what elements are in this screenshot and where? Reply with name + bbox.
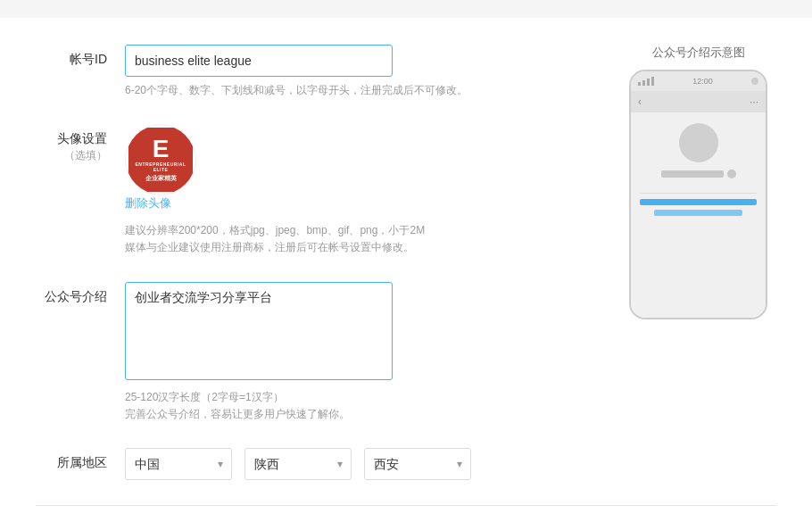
intro-hint-line2: 完善公众号介绍，容易让更多用户快速了解你。 bbox=[125, 408, 350, 420]
avatar-hint-1: 建议分辨率200*200，格式jpg、jpeg、bmp、gif、png，小于2M… bbox=[125, 222, 425, 256]
avatar-image: E ENTREPRENEURIAL ELITE 企业家精英 bbox=[125, 124, 196, 195]
region-selects: 中国 美国 英国 ▾ 陕西 北京 上海 ▾ 西安 bbox=[125, 448, 776, 480]
verified-icon bbox=[727, 170, 736, 178]
account-id-label: 帐号ID bbox=[36, 45, 125, 68]
phone-preview-title: 公众号介绍示意图 bbox=[652, 45, 745, 61]
province-select[interactable]: 陕西 北京 上海 bbox=[244, 448, 352, 480]
phone-nav: ‹ ··· bbox=[631, 91, 766, 112]
province-select-wrapper: 陕西 北京 上海 ▾ bbox=[244, 448, 352, 480]
desc-bar-2 bbox=[654, 210, 742, 216]
intro-hint-line1: 25-120汉字长度（2字母=1汉字） bbox=[125, 391, 284, 403]
avatar-inner: E ENTREPRENEURIAL ELITE 企业家精英 bbox=[128, 128, 193, 192]
time-display: 12:00 bbox=[692, 77, 713, 86]
phone-top-bar: 12:00 bbox=[631, 71, 766, 91]
city-select-wrapper: 西安 咸阳 宝鸡 ▾ bbox=[364, 448, 471, 480]
avatar-subtitle: ENTREPRENEURIAL ELITE bbox=[132, 162, 189, 172]
phone-preview: 公众号介绍示意图 12:00 ‹ ··· bbox=[620, 45, 776, 319]
phone-frame: 12:00 ‹ ··· bbox=[629, 70, 767, 319]
phone-account-line bbox=[661, 170, 736, 178]
page-container: 公众号介绍示意图 12:00 ‹ ··· bbox=[0, 18, 812, 522]
account-id-input[interactable] bbox=[125, 45, 393, 77]
more-icon: ··· bbox=[750, 95, 758, 108]
battery-icon bbox=[751, 78, 758, 85]
phone-body bbox=[631, 112, 766, 318]
city-select[interactable]: 西安 咸阳 宝鸡 bbox=[364, 448, 471, 480]
back-chevron-icon: ‹ bbox=[638, 95, 642, 108]
region-row: 所属地区 中国 美国 英国 ▾ 陕西 北京 上海 bbox=[36, 448, 776, 480]
region-content: 中国 美国 英国 ▾ 陕西 北京 上海 ▾ 西安 bbox=[125, 448, 776, 480]
country-select-wrapper: 中国 美国 英国 ▾ bbox=[125, 448, 232, 480]
account-name-bar bbox=[661, 170, 724, 178]
desc-bar-1 bbox=[640, 199, 757, 205]
avatar-label-text: 头像设置 bbox=[57, 131, 107, 145]
avatar-cn-text: 企业家精英 bbox=[145, 174, 177, 183]
avatar-optional-text: （选填） bbox=[64, 149, 107, 162]
avatar-hint-line2: 媒体与企业建议使用注册商标，注册后可在帐号设置中修改。 bbox=[125, 241, 414, 253]
signal-icon bbox=[638, 77, 654, 86]
avatar-label: 头像设置 （选填） bbox=[36, 124, 125, 163]
avatar-hint-line1: 建议分辨率200*200，格式jpg、jpeg、bmp、gif、png，小于2M bbox=[125, 224, 425, 236]
intro-hint: 25-120汉字长度（2字母=1汉字） 完善公众号介绍，容易让更多用户快速了解你… bbox=[125, 389, 776, 423]
delete-avatar-link[interactable]: 删除头像 bbox=[125, 195, 171, 211]
intro-textarea[interactable]: 创业者交流学习分享平台 bbox=[125, 282, 393, 380]
footer-divider bbox=[36, 505, 776, 506]
phone-divider bbox=[640, 193, 757, 194]
country-select[interactable]: 中国 美国 英国 bbox=[125, 448, 232, 480]
phone-avatar bbox=[679, 123, 718, 162]
avatar-letter: E bbox=[153, 137, 170, 162]
intro-label: 公众号介绍 bbox=[36, 282, 125, 305]
region-label: 所属地区 bbox=[36, 448, 125, 471]
